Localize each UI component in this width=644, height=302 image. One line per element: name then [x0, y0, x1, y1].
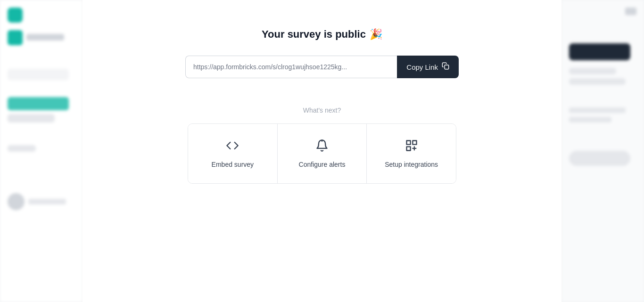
embed-survey-card[interactable]: Embed survey — [188, 124, 278, 183]
setup-integrations-card[interactable]: Setup integrations — [367, 124, 456, 183]
sidebar-left — [0, 0, 83, 302]
copy-link-label: Copy Link — [406, 63, 438, 71]
sidebar-right — [561, 0, 644, 302]
survey-title: Your survey is public 🎉 — [262, 28, 382, 41]
svg-rect-3 — [413, 141, 416, 145]
copy-icon — [442, 62, 449, 72]
setup-integrations-label: Setup integrations — [385, 161, 438, 168]
embed-survey-label: Embed survey — [212, 161, 254, 168]
setup-integrations-icon — [405, 139, 418, 154]
cards-row: Embed survey Configure alerts — [188, 123, 456, 184]
whats-next-label: What's next? — [303, 106, 341, 114]
configure-alerts-label: Configure alerts — [299, 161, 346, 168]
svg-rect-4 — [406, 147, 410, 150]
survey-title-text: Your survey is public — [262, 28, 366, 41]
svg-rect-0 — [445, 65, 449, 69]
configure-alerts-icon — [315, 139, 329, 154]
sidebar-right-button — [569, 43, 630, 60]
copy-link-button[interactable]: Copy Link — [397, 56, 459, 78]
sidebar-logo — [8, 8, 23, 23]
survey-url-input[interactable] — [185, 56, 397, 78]
party-emoji: 🎉 — [370, 28, 382, 41]
configure-alerts-card[interactable]: Configure alerts — [278, 124, 367, 183]
url-row: Copy Link — [185, 56, 459, 78]
embed-survey-icon — [226, 139, 239, 154]
svg-rect-2 — [406, 141, 410, 145]
main-content: Your survey is public 🎉 Copy Link What's… — [83, 0, 561, 302]
